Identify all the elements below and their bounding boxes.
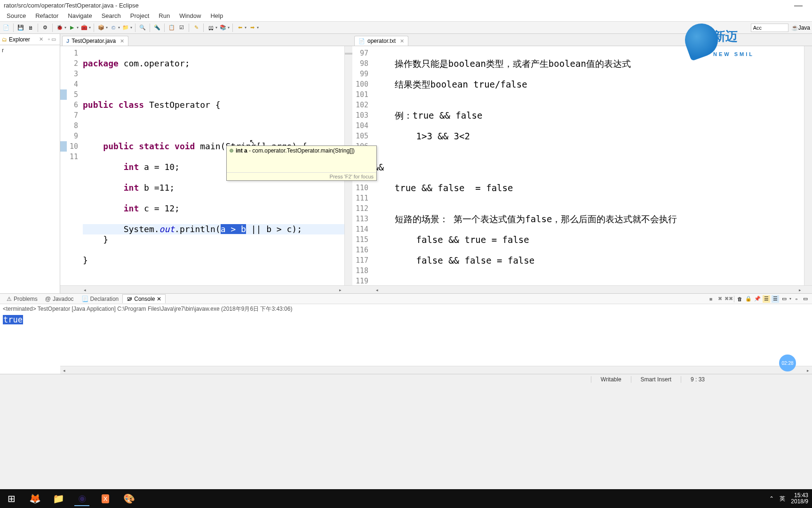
scroll-right-icon[interactable]: ▸ [336, 286, 344, 294]
new-folder-icon[interactable]: 📁 [121, 24, 130, 32]
nav-icon[interactable]: 📚 [219, 24, 227, 32]
separator [189, 24, 189, 32]
minimize-button[interactable]: — [788, 0, 808, 10]
back-icon[interactable]: ⬅ [236, 24, 244, 32]
dropdown-arrow-icon[interactable]: ▾ [106, 25, 108, 30]
tab-operator-txt[interactable]: 📄 operator.txt ✕ [354, 36, 408, 46]
explorer-tab[interactable]: 🗂 Explorer ✕ ▫ ▭ [0, 34, 60, 45]
nav-icon[interactable]: 🕮 [207, 24, 215, 32]
terminate-icon[interactable]: ■ [707, 295, 715, 303]
tray-expand-icon[interactable]: ⌃ [769, 495, 774, 502]
dropdown-arrow-icon[interactable]: ▾ [130, 25, 132, 30]
console-output[interactable]: true [0, 314, 812, 366]
console-output-text: true [3, 315, 23, 324]
editor-right: 📄 operator.txt ✕ 97989910010110210310410… [352, 34, 812, 293]
horizontal-scrollbar-left[interactable]: ◂ ▸ [60, 285, 352, 293]
close-icon[interactable]: ✕ [37, 36, 45, 42]
explorer-tree[interactable]: r [0, 45, 60, 293]
scroll-left-icon[interactable]: ◂ [81, 286, 89, 294]
tool-icon[interactable]: ⚙ [41, 24, 49, 32]
title-bar: rator/src/com/operator/TestOperator.java… [0, 0, 812, 10]
tool-icon[interactable]: 📄 [2, 24, 10, 32]
close-icon[interactable]: ✕ [400, 38, 404, 44]
dropdown-arrow-icon[interactable]: ▾ [257, 25, 259, 30]
vertical-scrollbar-right[interactable] [804, 46, 812, 285]
package-explorer: 🗂 Explorer ✕ ▫ ▭ r [0, 34, 60, 293]
debug-icon[interactable]: 🐞 [56, 24, 64, 32]
remove-icon[interactable]: ✖ [716, 295, 724, 303]
dropdown-arrow-icon[interactable]: ▾ [215, 25, 217, 30]
view-menu-icon[interactable]: ▫ ▭ [46, 36, 58, 42]
firefox-icon[interactable]: 🦊 [27, 491, 42, 506]
new-class-icon[interactable]: © [109, 24, 118, 32]
dropdown-arrow-icon[interactable]: ▾ [228, 25, 230, 30]
max-icon[interactable]: ▭ [802, 295, 809, 303]
console-scrollbar[interactable]: ◂▸ [60, 366, 812, 374]
quick-access: ☕Java [751, 24, 810, 32]
tab-problems[interactable]: ⚠Problems [3, 295, 41, 303]
dropdown-arrow-icon[interactable]: ▾ [245, 25, 247, 30]
separator [164, 24, 165, 32]
xampp-icon[interactable]: X [98, 491, 113, 506]
tab-strip-left: J TestOperator.java ✕ [60, 34, 352, 46]
save-all-icon[interactable]: 🗎 [26, 24, 35, 32]
forward-icon[interactable]: ➡ [248, 24, 256, 32]
start-button[interactable]: ⊞ [4, 491, 19, 506]
dropdown-arrow-icon[interactable]: ▾ [64, 25, 66, 30]
tab-label: TestOperator.java [72, 38, 116, 44]
dropdown-arrow-icon[interactable]: ▾ [118, 25, 120, 30]
clear-console-icon[interactable]: 🗑 [736, 295, 743, 303]
new-package-icon[interactable]: 📦 [97, 24, 105, 32]
menu-project[interactable]: Project [126, 11, 154, 20]
file-explorer-icon[interactable]: 📁 [51, 491, 66, 506]
min-icon[interactable]: ▫ [793, 295, 800, 303]
menu-help[interactable]: Help [206, 11, 228, 20]
task-icon[interactable]: ☑ [177, 24, 186, 32]
open-console-icon[interactable]: ☰ [772, 295, 779, 303]
new-console-icon[interactable]: ▭ [780, 295, 788, 303]
paint-icon[interactable]: 🎨 [121, 491, 136, 506]
eclipse-icon[interactable]: ◉ [74, 491, 89, 506]
scroll-lock-icon[interactable]: 🔒 [745, 295, 752, 303]
quick-access-input[interactable] [751, 24, 788, 32]
menu-navigate[interactable]: Navigate [63, 11, 96, 20]
external-tools-icon[interactable]: 🧰 [80, 24, 88, 32]
search-icon[interactable]: 🔦 [153, 24, 161, 32]
scroll-right-icon[interactable]: ▸ [796, 286, 804, 294]
menu-window[interactable]: Window [175, 11, 206, 20]
highlight-icon[interactable]: ✎ [192, 24, 200, 32]
menu-source[interactable]: Source [2, 11, 31, 20]
dropdown-arrow-icon[interactable]: ▾ [89, 25, 91, 30]
console-header: <terminated> TestOperator [Java Applicat… [0, 304, 812, 314]
ime-indicator[interactable]: 英 [780, 495, 785, 503]
tab-testoperator[interactable]: J TestOperator.java ✕ [62, 36, 128, 46]
save-icon[interactable]: 💾 [16, 24, 25, 32]
javadoc-icon: @ [45, 296, 51, 302]
tree-item[interactable]: r [2, 47, 4, 54]
run-icon[interactable]: ▶ [68, 24, 76, 32]
taskbar-date[interactable]: 2018/9 [791, 499, 808, 505]
menu-refactor[interactable]: Refactor [31, 11, 63, 20]
close-icon[interactable]: ✕ [120, 38, 124, 44]
annotation-icon[interactable]: 📋 [167, 24, 176, 32]
display-selected-icon[interactable]: ☰ [763, 295, 770, 303]
status-writable: Writable [591, 376, 631, 383]
open-type-icon[interactable]: 🔍 [138, 24, 147, 32]
status-cursor-pos: 9 : 33 [681, 376, 714, 383]
close-icon[interactable]: ✕ [157, 296, 161, 302]
pin-console-icon[interactable]: 📌 [754, 295, 761, 303]
code-editor-right[interactable]: 9798991001011021031041051061071081091101… [352, 46, 812, 285]
horizontal-scrollbar-right[interactable]: ◂ ▸ [352, 285, 812, 293]
tab-javadoc[interactable]: @Javadoc [41, 295, 78, 303]
tab-console[interactable]: 🖳Console ✕ [122, 294, 166, 303]
dropdown-arrow-icon[interactable]: ▾ [77, 25, 79, 30]
java-perspective-button[interactable]: ☕Java [791, 24, 810, 31]
scroll-left-icon[interactable]: ◂ [373, 286, 381, 294]
tab-declaration[interactable]: 📃Declaration [78, 295, 123, 303]
menu-run[interactable]: Run [154, 11, 175, 20]
menu-search[interactable]: Search [97, 11, 126, 20]
code-content-right[interactable]: 操作数只能是boolean类型，或者产生boolean值的表达式 结果类型boo… [371, 46, 804, 285]
separator [203, 24, 204, 32]
marker-bar [60, 46, 67, 285]
remove-all-icon[interactable]: ✖✖ [725, 295, 732, 303]
